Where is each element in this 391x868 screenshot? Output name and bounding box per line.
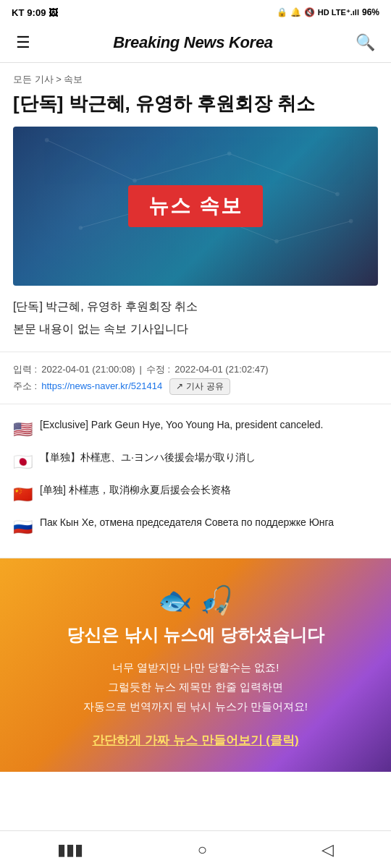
svg-point-10	[79, 226, 83, 230]
battery-label: 96%	[362, 7, 379, 17]
breadcrumb: 모든 기사 > 속보	[0, 63, 391, 92]
lock-icon: 🔒	[277, 7, 287, 17]
news-badge-container: 뉴스 속보	[128, 185, 263, 227]
share-button[interactable]: ↗ 기사 공유	[169, 378, 230, 395]
app-header: ☰ Breaking News Korea 🔍	[0, 23, 391, 63]
status-carrier-time: KT 9:09 🖼	[12, 7, 58, 18]
translation-text-ru: Пак Кын Хе, отмена председателя Совета п…	[40, 515, 378, 530]
svg-point-12	[274, 239, 279, 244]
signal-icon: HD LTE⁺.ıll	[318, 8, 359, 17]
menu-button[interactable]: ☰	[13, 30, 33, 55]
update-separator: |	[140, 361, 142, 378]
photo-icon: 🖼	[49, 7, 58, 18]
status-icons: 🔒 🔔 🔇 HD LTE⁺.ıll 96%	[277, 7, 379, 17]
input-label: 입력 :	[13, 361, 37, 378]
translation-text-us: [Exclusive] Park Geun Hye, Yoo Young Ha,…	[40, 417, 378, 433]
banner-cta[interactable]: 간단하게 가짜 뉴스 만들어보기 (클릭)	[17, 732, 374, 749]
flag-jp: 🇯🇵	[13, 450, 33, 474]
flag-ru: 🇷🇺	[13, 515, 33, 539]
update-date: 2022-04-01 (21:02:47)	[175, 361, 268, 378]
fake-news-banner: 🐟 🎣 당신은 낚시 뉴스에 당하셨습니다 너무 열받지만 나만 당할수는 없죠…	[0, 558, 391, 772]
translations-section: 🇺🇸 [Exclusive] Park Geun Hye, Yoo Young …	[0, 404, 391, 558]
article-title: [단독] 박근혜, 유영하 후원회장 취소	[13, 92, 378, 116]
translation-text-cn: [单独] 朴槿惠，取消柳永夏后援会会长资格	[40, 482, 378, 498]
nav-recent-button[interactable]: ▮▮▮	[40, 835, 101, 865]
translation-item-cn: 🇨🇳 [单独] 朴槿惠，取消柳永夏后援会会长资格	[13, 482, 378, 506]
translation-text-jp: 【単独】朴槿恵、ユ·ヨンハ後援会場が取り消し	[40, 450, 378, 465]
flag-cn: 🇨🇳	[13, 482, 33, 506]
article-address[interactable]: https://news-naver.kr/521414	[41, 378, 162, 394]
bottom-nav: ▮▮▮ ○ ◁	[0, 830, 391, 868]
article-note: 본문 내용이 없는 속보 기사입니다	[13, 320, 378, 339]
banner-desc: 너무 열받지만 나만 당할수는 없죠!그럴듯한 뉴스 제목만 한줄 입력하면자동…	[17, 658, 374, 716]
svg-line-0	[47, 140, 135, 180]
search-button[interactable]: 🔍	[353, 30, 378, 55]
flag-us: 🇺🇸	[13, 417, 33, 441]
banner-title: 당신은 낚시 뉴스에 당하셨습니다	[17, 624, 374, 646]
svg-point-7	[133, 179, 137, 183]
article-summary: [단독] 박근혜, 유영하 후원회장 취소	[13, 297, 378, 316]
address-label: 주소 :	[13, 378, 37, 394]
svg-line-5	[277, 221, 351, 241]
alarm-icon: 🔔	[290, 7, 301, 17]
article-container: [단독] 박근혜, 유영하 후원회장 취소 뉴스 속보 [단독] 박근혜, 유영…	[0, 92, 391, 339]
update-label: 수정 :	[146, 361, 170, 378]
share-label: 기사 공유	[186, 380, 223, 393]
input-date: 2022-04-01 (21:00:08)	[41, 361, 135, 378]
fish-icon: 🐟 🎣	[17, 584, 374, 616]
mute-icon: 🔇	[304, 7, 315, 17]
app-title: Breaking News Korea	[113, 33, 273, 52]
translation-item-us: 🇺🇸 [Exclusive] Park Geun Hye, Yoo Young …	[13, 417, 378, 441]
svg-point-9	[335, 192, 340, 196]
svg-point-13	[349, 219, 353, 224]
status-bar: KT 9:09 🖼 🔒 🔔 🔇 HD LTE⁺.ıll 96%	[0, 0, 391, 23]
carrier-label: KT	[12, 7, 24, 18]
breadcrumb-all[interactable]: 모든 기사	[13, 74, 54, 85]
meta-address-row: 주소 : https://news-naver.kr/521414 ↗ 기사 공…	[13, 378, 378, 394]
translation-item-jp: 🇯🇵 【単独】朴槿恵、ユ·ヨンハ後援会場が取り消し	[13, 450, 378, 474]
meta-dates-row: 입력 : 2022-04-01 (21:00:08) | 수정 : 2022-0…	[13, 361, 378, 378]
article-meta: 입력 : 2022-04-01 (21:00:08) | 수정 : 2022-0…	[0, 352, 391, 404]
svg-line-1	[135, 153, 230, 180]
time-label: 9:09	[27, 7, 46, 18]
news-badge: 뉴스 속보	[128, 185, 263, 227]
news-image: 뉴스 속보	[13, 127, 378, 286]
nav-back-button[interactable]: ◁	[304, 835, 351, 865]
svg-point-8	[227, 151, 232, 156]
svg-point-6	[45, 138, 49, 142]
share-icon: ↗	[176, 381, 183, 391]
nav-home-button[interactable]: ○	[180, 835, 224, 865]
breadcrumb-category[interactable]: 속보	[64, 74, 83, 85]
breadcrumb-separator: >	[56, 74, 62, 85]
translation-item-ru: 🇷🇺 Пак Кын Хе, отмена председателя Совет…	[13, 515, 378, 539]
